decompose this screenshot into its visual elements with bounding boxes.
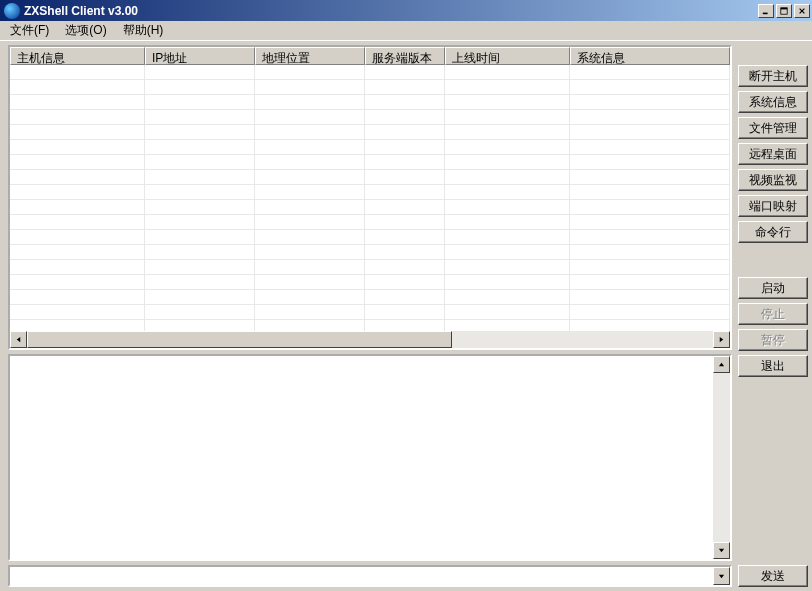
table-row[interactable] [10, 245, 730, 260]
horizontal-scrollbar[interactable] [10, 331, 730, 348]
table-row[interactable] [10, 170, 730, 185]
start-button[interactable]: 启动 [738, 277, 808, 299]
remote-desktop-button[interactable]: 远程桌面 [738, 143, 808, 165]
col-server-version[interactable]: 服务端版本 [365, 47, 445, 65]
scroll-left-icon[interactable] [10, 331, 27, 348]
table-row[interactable] [10, 65, 730, 80]
minimize-button[interactable] [758, 4, 774, 18]
table-row[interactable] [10, 185, 730, 200]
host-listview[interactable]: 主机信息 IP地址 地理位置 服务端版本 上线时间 系统信息 [8, 45, 732, 350]
table-row[interactable] [10, 125, 730, 140]
command-input[interactable] [10, 567, 713, 585]
table-row[interactable] [10, 80, 730, 95]
table-row[interactable] [10, 320, 730, 331]
disconnect-button[interactable]: 断开主机 [738, 65, 808, 87]
table-row[interactable] [10, 200, 730, 215]
log-textarea[interactable] [8, 354, 732, 561]
svg-rect-2 [781, 7, 787, 9]
table-row[interactable] [10, 95, 730, 110]
maximize-button[interactable] [776, 4, 792, 18]
col-host-info[interactable]: 主机信息 [10, 47, 145, 65]
col-ip-address[interactable]: IP地址 [145, 47, 255, 65]
video-monitor-button[interactable]: 视频监视 [738, 169, 808, 191]
scroll-down-icon[interactable] [713, 542, 730, 559]
close-button[interactable] [794, 4, 810, 18]
app-icon [4, 3, 20, 19]
exit-button[interactable]: 退出 [738, 355, 808, 377]
system-info-button[interactable]: 系统信息 [738, 91, 808, 113]
table-row[interactable] [10, 230, 730, 245]
col-online-time[interactable]: 上线时间 [445, 47, 570, 65]
pause-button[interactable]: 暂停 [738, 329, 808, 351]
table-row[interactable] [10, 155, 730, 170]
table-row[interactable] [10, 260, 730, 275]
command-line-button[interactable]: 命令行 [738, 221, 808, 243]
scroll-up-icon[interactable] [713, 356, 730, 373]
table-row[interactable] [10, 140, 730, 155]
window-title: ZXShell Client v3.00 [24, 4, 758, 18]
menu-options[interactable]: 选项(O) [57, 20, 114, 41]
file-manager-button[interactable]: 文件管理 [738, 117, 808, 139]
menu-file[interactable]: 文件(F) [2, 20, 57, 41]
port-mapping-button[interactable]: 端口映射 [738, 195, 808, 217]
table-row[interactable] [10, 305, 730, 320]
vertical-scrollbar[interactable] [713, 356, 730, 559]
send-button[interactable]: 发送 [738, 565, 808, 587]
svg-rect-0 [763, 12, 768, 14]
col-system-info[interactable]: 系统信息 [570, 47, 730, 65]
col-geo-location[interactable]: 地理位置 [255, 47, 365, 65]
titlebar: ZXShell Client v3.00 [0, 0, 812, 21]
stop-button[interactable]: 停止 [738, 303, 808, 325]
table-row[interactable] [10, 215, 730, 230]
column-headers: 主机信息 IP地址 地理位置 服务端版本 上线时间 系统信息 [10, 47, 730, 65]
table-row[interactable] [10, 110, 730, 125]
scroll-right-icon[interactable] [713, 331, 730, 348]
menubar: 文件(F) 选项(O) 帮助(H) [0, 21, 812, 41]
dropdown-icon[interactable] [713, 567, 730, 585]
table-row[interactable] [10, 275, 730, 290]
table-row[interactable] [10, 290, 730, 305]
command-combobox[interactable] [8, 565, 732, 587]
menu-help[interactable]: 帮助(H) [115, 20, 172, 41]
